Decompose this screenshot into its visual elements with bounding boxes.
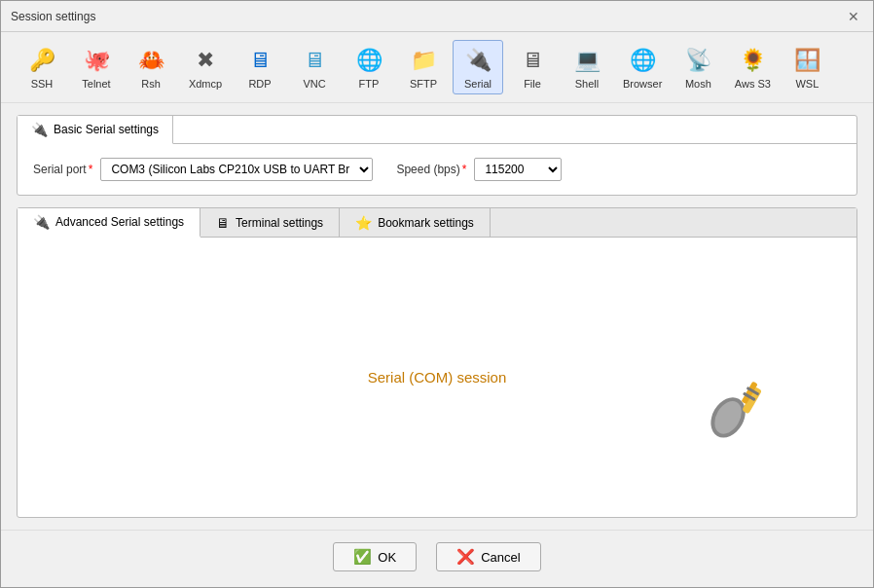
serial-port-group: Serial port* COM3 (Silicon Labs CP210x U…: [33, 158, 373, 181]
speed-select[interactable]: 1103006001200240048009600144001920038400…: [474, 158, 562, 181]
serial-icon: 🔌: [462, 45, 493, 76]
protocol-item-mosh[interactable]: 📡 Mosh: [673, 40, 723, 94]
serial-session-label: Serial (COM) session: [368, 369, 507, 386]
advanced-tabs-header: 🔌 Advanced Serial settings 🖥 Terminal se…: [18, 208, 856, 238]
cancel-button[interactable]: ❌ Cancel: [436, 542, 540, 571]
cancel-icon: ❌: [456, 548, 475, 566]
protocol-label-vnc: VNC: [303, 78, 325, 90]
basic-serial-tab[interactable]: 🔌 Basic Serial settings: [18, 116, 173, 144]
protocol-item-ssh[interactable]: 🔑 SSH: [17, 40, 67, 94]
tab-content-area: Serial (COM) session: [18, 238, 856, 517]
protocol-label-serial: Serial: [464, 78, 492, 90]
ok-label: OK: [378, 550, 396, 565]
basic-panel-body: Serial port* COM3 (Silicon Labs CP210x U…: [18, 144, 856, 195]
tab-terminal[interactable]: 🖥 Terminal settings: [200, 208, 340, 237]
protocol-item-browser[interactable]: 🌐 Browser: [616, 40, 669, 94]
protocol-label-awss3: Aws S3: [735, 78, 771, 90]
browser-icon: 🌐: [627, 45, 658, 76]
protocol-item-serial[interactable]: 🔌 Serial: [453, 40, 503, 94]
basic-form-row: Serial port* COM3 (Silicon Labs CP210x U…: [33, 158, 841, 181]
speed-required: *: [462, 163, 467, 176]
protocol-label-shell: Shell: [575, 78, 599, 90]
vnc-icon: 🖥: [299, 45, 330, 76]
protocol-label-mosh: Mosh: [685, 78, 711, 90]
protocol-item-sftp[interactable]: 📁 SFTP: [398, 40, 449, 94]
protocol-label-sftp: SFTP: [410, 78, 437, 90]
protocol-item-vnc[interactable]: 🖥 VNC: [289, 40, 340, 94]
sftp-icon: 📁: [408, 45, 439, 76]
serial-port-select[interactable]: COM3 (Silicon Labs CP210x USB to UART Br: [100, 158, 373, 181]
protocol-item-ftp[interactable]: 🌐 FTP: [344, 40, 394, 94]
protocol-label-rdp: RDP: [248, 78, 271, 90]
awss3-icon: 🌻: [737, 45, 768, 76]
basic-serial-tab-icon: 🔌: [31, 122, 48, 137]
protocol-label-file: File: [524, 78, 541, 90]
speed-label: Speed (bps)*: [396, 163, 466, 176]
basic-serial-tab-label: Basic Serial settings: [54, 123, 159, 136]
advanced-tabs-container: 🔌 Advanced Serial settings 🖥 Terminal se…: [17, 207, 857, 518]
protocol-label-rsh: Rsh: [141, 78, 161, 90]
mosh-icon: 📡: [682, 45, 713, 76]
telnet-icon: 🐙: [81, 45, 112, 76]
xdmcp-icon: ✖: [190, 45, 221, 76]
protocol-label-ftp: FTP: [359, 78, 380, 90]
speed-group: Speed (bps)* 110300600120024004800960014…: [396, 158, 562, 181]
protocol-item-telnet[interactable]: 🐙 Telnet: [71, 40, 122, 94]
protocol-item-xdmcp[interactable]: ✖ Xdmcp: [180, 40, 231, 94]
dialog-footer: ✅ OK ❌ Cancel: [1, 530, 873, 587]
protocol-bar: 🔑 SSH 🐙 Telnet 🦀 Rsh ✖ Xdmcp 🖥 RDP 🖥 VNC…: [1, 32, 873, 103]
ok-icon: ✅: [353, 548, 372, 566]
protocol-item-file[interactable]: 🖥 File: [507, 40, 558, 94]
protocol-item-wsl[interactable]: 🪟 WSL: [782, 40, 832, 94]
titlebar: Session settings ✕: [1, 1, 873, 32]
dialog-title: Session settings: [11, 10, 95, 23]
protocol-item-rdp[interactable]: 🖥 RDP: [235, 40, 285, 94]
file-icon: 🖥: [517, 45, 548, 76]
serial-port-label: Serial port*: [33, 163, 92, 176]
session-settings-dialog: Session settings ✕ 🔑 SSH 🐙 Telnet 🦀 Rsh …: [0, 0, 874, 588]
ok-button[interactable]: ✅ OK: [333, 542, 417, 571]
protocol-label-ssh: SSH: [31, 78, 54, 90]
cancel-label: Cancel: [481, 550, 520, 565]
main-content: 🔌 Basic Serial settings Serial port* COM…: [1, 103, 873, 530]
ssh-icon: 🔑: [26, 45, 57, 76]
basic-settings-panel: 🔌 Basic Serial settings Serial port* COM…: [17, 115, 857, 196]
wsl-icon: 🪟: [791, 45, 822, 76]
serial-port-required: *: [89, 163, 93, 176]
protocol-label-telnet: Telnet: [82, 78, 110, 90]
advanced-tab-label: Advanced Serial settings: [55, 215, 184, 229]
protocol-label-xdmcp: Xdmcp: [189, 78, 222, 90]
bookmark-tab-label: Bookmark settings: [378, 216, 474, 230]
rsh-icon: 🦀: [135, 45, 166, 76]
terminal-tab-label: Terminal settings: [236, 216, 323, 230]
rdp-icon: 🖥: [244, 45, 275, 76]
ftp-icon: 🌐: [353, 45, 384, 76]
terminal-tab-icon: 🖥: [216, 215, 230, 231]
bookmark-tab-icon: ⭐: [355, 215, 372, 231]
protocol-label-browser: Browser: [623, 78, 662, 90]
tab-bookmark[interactable]: ⭐ Bookmark settings: [340, 208, 491, 237]
protocol-item-rsh[interactable]: 🦀 Rsh: [126, 40, 176, 94]
protocol-label-wsl: WSL: [795, 78, 819, 90]
protocol-item-awss3[interactable]: 🌻 Aws S3: [727, 40, 778, 94]
serial-connector-icon: [686, 364, 794, 473]
tab-advanced[interactable]: 🔌 Advanced Serial settings: [18, 208, 200, 238]
advanced-tab-icon: 🔌: [33, 214, 50, 230]
shell-icon: 💻: [571, 45, 602, 76]
basic-panel-header: 🔌 Basic Serial settings: [18, 116, 856, 144]
protocol-item-shell[interactable]: 💻 Shell: [562, 40, 612, 94]
close-button[interactable]: ✕: [844, 7, 863, 26]
